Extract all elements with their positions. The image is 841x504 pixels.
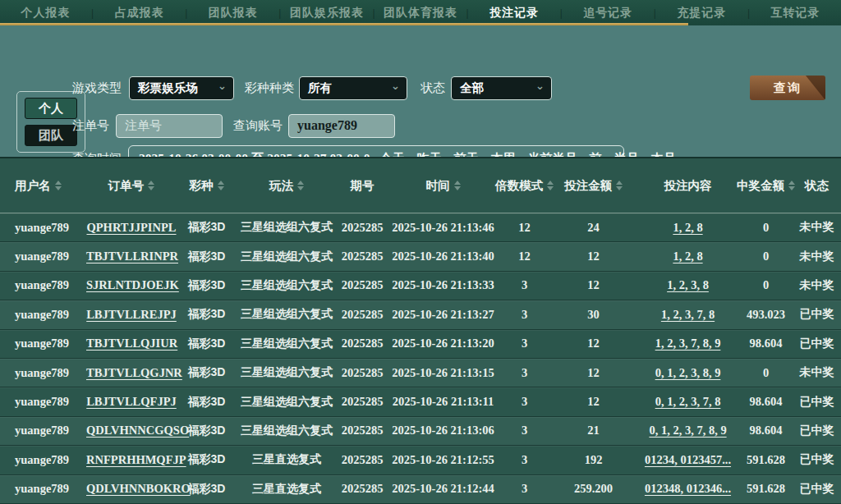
column-header-label: 时间 [426, 178, 450, 194]
lottery-category-select[interactable]: 所有 ⌄ [299, 76, 407, 100]
table-row: yuange789TBJTVLLRINPR福彩3D三星组选组六复式2025285… [0, 242, 841, 271]
cell-time: 2025-10-26 21:13:20 [388, 337, 499, 351]
nav-tab-2[interactable]: 占成报表 [94, 6, 185, 21]
cell-lottery: 福彩3D [177, 307, 237, 322]
cell-play: 三星组选组六复式 [237, 220, 337, 235]
cell-time: 2025-10-26 21:13:33 [388, 278, 499, 292]
nav-tab-1[interactable]: 个人报表 [0, 6, 91, 21]
cell-multiple: 3 [499, 482, 550, 496]
column-header-4[interactable]: 玩法 [237, 178, 337, 194]
order-link[interactable]: SJRLNTDJOEJK [86, 278, 179, 291]
bet-content-link[interactable]: 1, 2, 3, 7, 8, 9 [655, 337, 721, 350]
cell-win: 98.604 [739, 424, 793, 438]
table-row: yuange789QDLVHNNBOKRO福彩3D三星直选复式202528520… [0, 475, 841, 504]
cell-order: LBJTVLLREJPJ [86, 308, 177, 322]
column-header-label: 中奖金额 [737, 178, 784, 194]
status-value: 全部 [460, 80, 531, 96]
search-button[interactable]: 查询 [750, 76, 825, 100]
nav-tab-4[interactable]: 团队娱乐报表 [281, 6, 372, 21]
cell-time: 2025-10-26 21:13:11 [388, 395, 499, 409]
bet-content-link[interactable]: 1, 2, 8 [673, 221, 702, 234]
cell-order: TBJTVLLRINPR [86, 250, 177, 263]
cell-user: yuange789 [0, 482, 86, 496]
scope-personal-button[interactable]: 个人 [25, 98, 77, 119]
cell-multiple: 3 [499, 366, 550, 380]
order-link[interactable]: LBJTVLLREJPJ [86, 308, 177, 321]
nav-tab-5[interactable]: 团队体育报表 [375, 6, 466, 21]
filter-panel: 个人 团队 游戏类型 彩票娱乐场 ⌄ 彩种种类 所有 ⌄ 状态 全部 ⌄ 查询 … [0, 25, 841, 157]
query-account-value: yuange789 [297, 118, 357, 133]
nav-tab-8[interactable]: 充提记录 [656, 6, 747, 21]
cell-amount: 192 [550, 453, 636, 467]
cell-multiple: 12 [499, 250, 550, 263]
sort-icon[interactable] [297, 181, 304, 190]
nav-tab-6[interactable]: 投注记录 [469, 6, 560, 21]
order-link[interactable]: TBJTVLLQGJNR [86, 366, 182, 379]
column-header-label: 投注内容 [664, 178, 712, 194]
cell-time: 2025-10-26 21:13:06 [388, 424, 499, 438]
column-header-6[interactable]: 时间 [388, 178, 499, 194]
nav-tab-7[interactable]: 追号记录 [563, 6, 654, 21]
game-type-select[interactable]: 彩票娱乐场 ⌄ [129, 76, 234, 100]
nav-tab-9[interactable]: 互转记录 [750, 6, 841, 21]
bet-content-link[interactable]: 0, 1, 2, 3, 8, 9 [655, 366, 721, 379]
bet-content-link[interactable]: 1, 2, 3, 8 [667, 278, 709, 291]
order-link[interactable]: QDLVHNNBOKRO [86, 482, 191, 495]
cell-amount: 259.200 [550, 482, 636, 496]
cell-amount: 30 [550, 308, 636, 322]
column-header-11[interactable]: 状态 [793, 178, 841, 194]
column-header-3[interactable]: 彩种 [177, 178, 237, 194]
column-header-9[interactable]: 投注内容 [636, 178, 739, 194]
cell-user: yuange789 [0, 424, 86, 438]
cell-status: 未中奖 [793, 365, 841, 380]
bet-content-link[interactable]: 1, 2, 3, 7, 8 [661, 308, 715, 321]
sort-icon[interactable] [454, 181, 461, 190]
order-link[interactable]: QPHRTJJPINPL [86, 221, 176, 234]
bet-content-link[interactable]: 1, 2, 8 [673, 250, 702, 263]
nav-tab-3[interactable]: 团队报表 [187, 6, 278, 21]
column-header-10[interactable]: 中奖金额 [739, 178, 793, 194]
chevron-down-icon: ⌄ [391, 82, 400, 90]
cell-order: TBJTVLLQGJNR [86, 366, 177, 380]
column-header-label: 期号 [351, 178, 375, 194]
bet-content-link[interactable]: 0, 1, 2, 3, 7, 8 [655, 395, 721, 408]
status-select[interactable]: 全部 ⌄ [451, 76, 552, 100]
column-header-5[interactable]: 期号 [337, 178, 388, 194]
column-header-label: 投注金额 [564, 178, 612, 194]
cell-order: RNFPRHHMQFJP [86, 453, 177, 467]
cell-order: QDLVHNNBOKRO [86, 482, 177, 496]
bet-content-link[interactable]: 01234, 0123457... [645, 453, 731, 466]
cell-play: 三星组选组六复式 [237, 395, 337, 410]
order-no-input[interactable]: 注单号 [116, 114, 223, 138]
cell-lottery: 福彩3D [177, 365, 237, 380]
cell-multiple: 3 [499, 395, 550, 409]
table-row: yuange789SJRLNTDJOEJK福彩3D三星组选组六复式2025285… [0, 272, 841, 300]
sort-icon[interactable] [616, 181, 623, 190]
column-header-1[interactable]: 用户名 [0, 178, 86, 194]
column-header-7[interactable]: 倍数模式 [499, 178, 550, 194]
bet-content-link[interactable]: 012348, 012346... [645, 482, 731, 495]
order-link[interactable]: LBJTVLLQFJPJ [86, 395, 177, 408]
order-link[interactable]: RNFPRHHMQFJP [86, 453, 186, 466]
bet-content-link[interactable]: 0, 1, 2, 3, 7, 8, 9 [649, 424, 726, 437]
cell-issue: 2025285 [337, 221, 388, 235]
cell-status: 已中奖 [793, 452, 841, 467]
sort-icon[interactable] [55, 181, 62, 190]
order-link[interactable]: QDLVHNNCGQSO [86, 424, 189, 437]
order-link[interactable]: TBJTVLLRINPR [86, 250, 178, 263]
query-account-input[interactable]: yuange789 [288, 114, 395, 138]
scope-team-button[interactable]: 团队 [25, 125, 77, 146]
order-link[interactable]: TBJTVLLQJIUR [86, 337, 177, 350]
cell-win: 0 [739, 221, 793, 235]
top-nav: 个人报表|占成报表|团队报表|团队娱乐报表|团队体育报表|投注记录|追号记录|充… [0, 0, 841, 25]
cell-issue: 2025285 [337, 482, 388, 496]
sort-icon[interactable] [218, 181, 224, 190]
sort-icon[interactable] [148, 181, 154, 190]
column-header-8[interactable]: 投注金额 [550, 178, 636, 194]
cell-time: 2025-10-26 21:13:27 [388, 308, 499, 322]
cell-lottery: 福彩3D [177, 337, 237, 351]
cell-play: 三星组选组六复式 [237, 250, 337, 264]
cell-status: 未中奖 [793, 278, 841, 293]
cell-status: 已中奖 [793, 307, 841, 322]
column-header-2[interactable]: 订单号 [86, 178, 177, 194]
